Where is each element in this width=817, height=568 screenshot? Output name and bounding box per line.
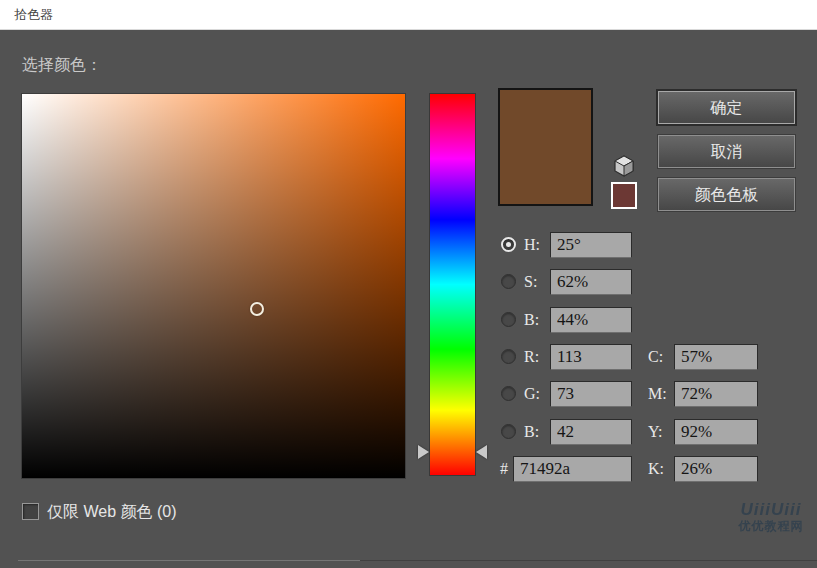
hue-slider[interactable]	[430, 94, 475, 475]
blue-label: B:	[524, 423, 539, 441]
watermark: UiiiUiii 优优教程网	[731, 502, 811, 535]
yellow-label: Y:	[648, 423, 663, 441]
radio-red[interactable]	[501, 349, 516, 364]
window-titlebar[interactable]: 拾色器	[0, 0, 817, 30]
hex-input[interactable]	[513, 456, 632, 482]
red-label: R:	[524, 348, 539, 366]
cancel-button[interactable]: 取消	[658, 135, 795, 168]
cyan-input[interactable]	[674, 344, 758, 370]
current-color-swatch	[498, 88, 593, 206]
black-label: K:	[648, 460, 664, 478]
saturation-brightness-field[interactable]	[22, 94, 405, 478]
red-input[interactable]	[550, 344, 632, 370]
magenta-input[interactable]	[674, 381, 758, 407]
hue-input[interactable]	[550, 232, 632, 258]
green-input[interactable]	[550, 381, 632, 407]
watermark-logo: UiiiUiii	[731, 502, 811, 518]
radio-hue[interactable]	[501, 237, 516, 252]
color-marker[interactable]	[250, 302, 264, 316]
saturation-input[interactable]	[550, 269, 632, 295]
window-title: 拾色器	[14, 0, 53, 30]
hex-prefix-label: #	[500, 460, 508, 478]
color-picker-dialog: 选择颜色： 确定 取消 颜色色板 H: S: B: R: G: B: # C: …	[0, 30, 817, 568]
yellow-input[interactable]	[674, 419, 758, 445]
saturation-label: S:	[524, 273, 537, 291]
watermark-text: 优优教程网	[731, 518, 811, 535]
dialog-heading: 选择颜色：	[22, 55, 102, 76]
hue-label: H:	[524, 236, 540, 254]
radio-green[interactable]	[501, 386, 516, 401]
websafe-color-swatch[interactable]	[611, 182, 637, 209]
color-swatches-button[interactable]: 颜色色板	[658, 178, 795, 211]
bottom-edge-shadow	[360, 560, 817, 561]
web-colors-only-label: 仅限 Web 颜色 (0)	[47, 502, 177, 523]
web-colors-only-checkbox[interactable]	[22, 503, 39, 520]
radio-blue[interactable]	[501, 424, 516, 439]
radio-brightness[interactable]	[501, 312, 516, 327]
cyan-label: C:	[648, 348, 663, 366]
blue-input[interactable]	[550, 419, 632, 445]
radio-saturation[interactable]	[501, 274, 516, 289]
hue-slider-left-arrow-icon[interactable]	[418, 445, 429, 459]
web-gamut-warning-cube-icon[interactable]	[613, 155, 635, 177]
ok-button[interactable]: 确定	[658, 91, 795, 124]
brightness-input[interactable]	[550, 307, 632, 333]
magenta-label: M:	[648, 385, 667, 403]
hue-slider-right-arrow-icon[interactable]	[476, 445, 487, 459]
bottom-edge-highlight	[18, 560, 360, 561]
brightness-label: B:	[524, 311, 539, 329]
green-label: G:	[524, 385, 540, 403]
black-input[interactable]	[674, 456, 758, 482]
